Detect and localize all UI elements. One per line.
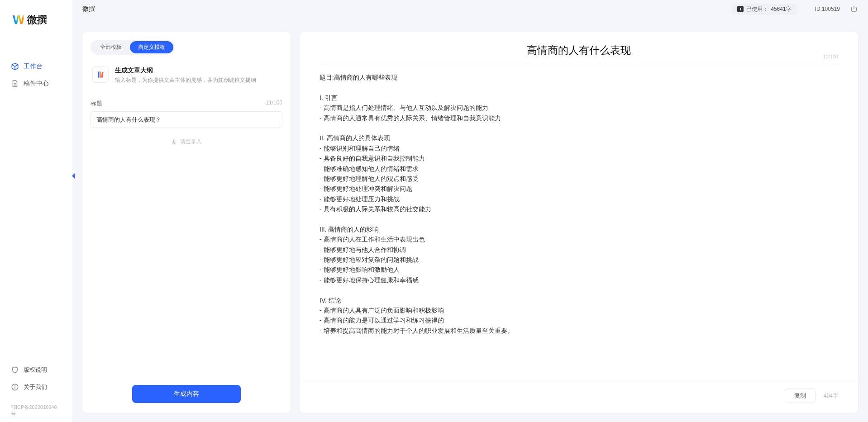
token-icon: T [737,6,744,12]
template-icon [92,66,109,83]
template-desc: 输入标题，为你提供文章主体的灵感，并为其创建推文提纲 [115,76,256,84]
sidebar-item-label: 工作台 [24,62,43,71]
sidebar-item-drafts[interactable]: 稿件中心 [5,76,68,91]
generate-button[interactable]: 生成内容 [132,385,241,403]
output-body[interactable]: 题目:高情商的人有哪些表现 I. 引言 - 高情商是指人们处理情绪、与他人互动以… [300,65,858,383]
usage-value: 45641字 [771,5,791,13]
copy-button[interactable]: 复制 [785,389,816,403]
svg-point-2 [15,386,15,386]
input-panel: 全部模板 自定义模板 生成文章大纲 输入标题，为你提供文章主体的灵感，并为其创建… [82,32,291,413]
sidebar-nav: 工作台 稿件中心 [0,59,72,93]
svg-rect-6 [173,139,175,142]
shield-icon [11,366,19,374]
field-block: 标题 11/100 请空录入 [91,100,282,146]
template-title: 生成文章大纲 [115,66,256,75]
page-title: 微撰 [82,5,95,13]
mic-icon [171,139,177,145]
icp-text: 鄂ICP备2022016946号 [0,401,72,422]
topbar: 微撰 T 已使用： 45641字 ID:100519 [72,0,868,18]
sidebar-item-label: 版权说明 [24,366,47,374]
power-icon [850,5,858,13]
usage-prefix: 已使用： [746,5,768,13]
output-header: 高情商的人有什么表现 10/100 [300,32,858,62]
sidebar-item-workspace[interactable]: 工作台 [5,59,68,74]
logo-text: 微撰 [27,13,47,27]
output-footer: 复制 404字 [300,383,858,413]
usage-pill[interactable]: T 已使用： 45641字 [732,4,796,15]
cube-icon [11,62,19,71]
sidebar-item-about[interactable]: 关于我们 [5,379,68,395]
voice-hint-text: 请空录入 [180,138,202,146]
svg-rect-5 [101,72,104,78]
sidebar-item-label: 关于我们 [24,383,47,391]
document-icon [11,80,19,88]
svg-rect-3 [98,71,99,77]
tab-all-templates[interactable]: 全部模板 [92,41,130,53]
sidebar: W 微撰 工作台 稿件中心 版权说明 关于我们 鄂ICP备2022016946号 [0,0,72,422]
svg-rect-4 [100,71,101,77]
sidebar-collapse-button[interactable] [70,170,77,182]
sidebar-item-copyright[interactable]: 版权说明 [5,362,68,378]
info-icon [11,383,19,391]
sidebar-item-label: 稿件中心 [24,80,49,88]
word-count: 404字 [824,392,838,400]
main: 微撰 T 已使用： 45641字 ID:100519 全部模板 自定义模板 [72,0,868,422]
title-input[interactable] [91,111,282,128]
tab-label: 自定义模板 [138,44,165,50]
field-counter: 11/100 [266,100,282,108]
user-id: ID:100519 [815,6,840,12]
power-button[interactable] [850,5,858,13]
logo-mark: W [13,13,24,27]
tab-label: 全部模板 [100,44,122,50]
output-title: 高情商的人有什么表现 [320,43,838,57]
output-panel: 高情商的人有什么表现 10/100 题目:高情商的人有哪些表现 I. 引言 - … [300,32,858,413]
books-icon [96,70,105,79]
sidebar-bottom: 版权说明 关于我们 [0,362,72,401]
voice-input-hint[interactable]: 请空录入 [91,138,282,146]
chevron-left-icon [71,173,76,179]
template-card: 生成文章大纲 输入标题，为你提供文章主体的灵感，并为其创建推文提纲 [91,63,282,88]
app-logo: W 微撰 [0,0,72,32]
output-title-counter: 10/100 [823,54,838,59]
field-label: 标题 [91,100,102,108]
template-tabs: 全部模板 自定义模板 [91,40,175,55]
tab-custom-templates[interactable]: 自定义模板 [130,41,173,53]
panels: 全部模板 自定义模板 生成文章大纲 输入标题，为你提供文章主体的灵感，并为其创建… [72,18,868,422]
